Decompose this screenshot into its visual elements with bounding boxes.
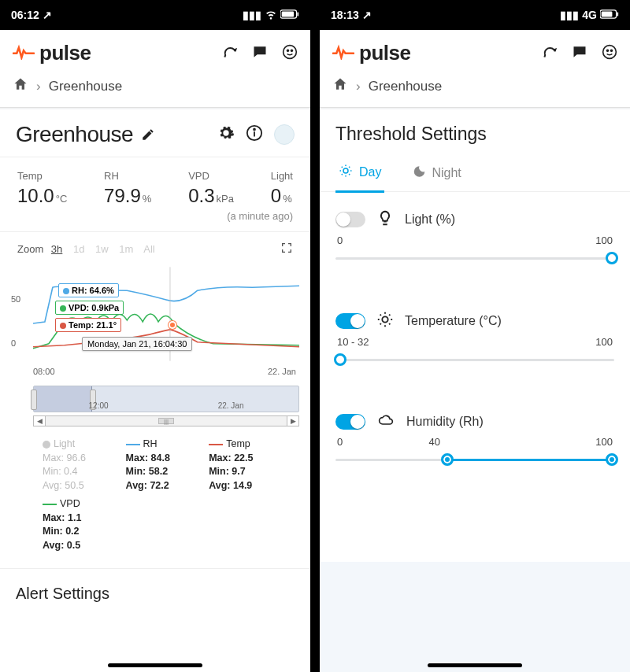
stat-vpd: VPD 0.3kPa [188, 170, 234, 207]
svg-point-5 [291, 50, 293, 51]
slider-humidity-high[interactable] [606, 453, 618, 466]
toggle-humidity[interactable] [335, 414, 365, 430]
info-icon[interactable] [246, 124, 263, 145]
chart-legend: Light Max: 96.6 Min: 0.4 Avg: 50.5 RH Ma… [0, 433, 310, 565]
legend-vpd[interactable]: VPD Max: 1.1 Min: 0.2 Avg: 0.5 [43, 497, 126, 552]
breadcrumb-page[interactable]: Greenhouse [49, 79, 123, 94]
zoom-all[interactable]: All [143, 243, 154, 255]
threshold-tabs: Day Night [320, 153, 630, 192]
refresh-icon[interactable] [222, 44, 238, 63]
tooltip-vpd: VPD: 0.9kPa [55, 301, 124, 315]
home-icon[interactable] [332, 76, 348, 96]
brand[interactable]: pulse [13, 41, 91, 65]
slider-humidity-low[interactable] [441, 453, 454, 466]
temp-max: 100 [595, 336, 613, 348]
scroll-thumb[interactable]: ||| [158, 418, 174, 424]
location-icon: ↗ [362, 9, 372, 21]
chat-icon[interactable] [252, 44, 268, 63]
slider-humidity[interactable] [335, 452, 614, 467]
legend-temp[interactable]: Temp Max: 22.5 Min: 9.7 Avg: 14.9 [209, 438, 292, 493]
svg-point-14 [607, 50, 609, 51]
zoom-1w[interactable]: 1w [95, 243, 109, 255]
moon-icon [411, 164, 425, 182]
breadcrumb: › Greenhouse [0, 73, 310, 107]
svg-point-3 [284, 45, 297, 58]
temp-range: 10 - 32 [337, 336, 369, 348]
alert-settings-header[interactable]: Alert Settings [0, 572, 310, 607]
zoom-label: Zoom [17, 243, 43, 255]
breadcrumb-page[interactable]: Greenhouse [369, 79, 443, 94]
legend-rh[interactable]: RH Max: 84.8 Min: 58.2 Avg: 72.2 [126, 438, 209, 493]
status-time: 18:13 [331, 9, 359, 21]
chat-icon[interactable] [572, 44, 587, 63]
stat-rh: RH 79.9% [104, 170, 151, 207]
edit-icon[interactable] [141, 122, 155, 147]
slider-light-knob[interactable] [606, 252, 618, 264]
page-title-bar: Greenhouse [0, 109, 310, 153]
light-min: 0 [337, 234, 343, 246]
battery-icon [280, 9, 299, 21]
pulse-logo-icon [13, 41, 35, 65]
stat-light: Light 0% [271, 170, 293, 207]
svg-point-4 [287, 50, 289, 51]
status-bar: 18:13 ↗ ▮▮▮ 4G [320, 0, 630, 30]
scroll-left-icon[interactable]: ◀ [33, 415, 46, 426]
app-header: pulse [0, 30, 310, 73]
slider-temperature[interactable] [335, 353, 614, 367]
y-tick-0: 0 [11, 338, 16, 348]
svg-point-17 [382, 316, 387, 322]
sun-icon [339, 164, 353, 181]
zoom-1m[interactable]: 1m [119, 243, 133, 255]
chevron-right-icon: › [356, 79, 361, 94]
gear-icon[interactable] [217, 124, 235, 145]
chart-navigator[interactable]: 12:00 22. Jan [33, 386, 299, 412]
wifi-icon [265, 8, 277, 23]
zoom-3h[interactable]: 3h [51, 243, 62, 255]
brand[interactable]: pulse [332, 41, 410, 65]
slider-temp-knob[interactable] [334, 353, 346, 366]
slider-light[interactable] [335, 251, 614, 265]
toggle-temperature[interactable] [335, 313, 365, 329]
tab-day[interactable]: Day [335, 157, 384, 193]
home-icon[interactable] [13, 76, 28, 96]
threshold-title: Threshold Settings [320, 109, 630, 153]
legend-light[interactable]: Light Max: 96.6 Min: 0.4 Avg: 50.5 [43, 438, 126, 493]
setting-light: Light (%) 0 100 [320, 192, 630, 270]
setting-temp-label: Temperature (°C) [405, 314, 502, 328]
app-header: pulse [320, 30, 630, 73]
tab-night[interactable]: Night [408, 157, 464, 191]
signal-icon: ▮▮▮ [560, 9, 579, 21]
status-bar: 06:12 ↗ ▮▮▮ [0, 0, 310, 30]
toggle-light[interactable] [335, 212, 365, 227]
chart-marker [169, 321, 176, 329]
battery-icon [600, 9, 619, 21]
zoom-1d[interactable]: 1d [73, 243, 84, 255]
x-axis: 08:00 22. Jan [33, 367, 296, 376]
svg-point-8 [254, 129, 255, 131]
svg-rect-12 [602, 12, 613, 17]
svg-point-15 [611, 50, 613, 51]
svg-rect-11 [617, 12, 618, 16]
chart-scrollbar[interactable]: ◀ ||| ▶ [33, 415, 299, 426]
cloud-icon [376, 412, 395, 431]
status-indicator-dot[interactable] [274, 124, 295, 145]
tooltip-rh: RH: 64.6% [58, 283, 119, 297]
profile-icon[interactable] [282, 44, 298, 63]
setting-humidity-label: Humidity (Rh) [406, 415, 484, 429]
expand-icon[interactable] [280, 242, 293, 257]
sun-outline-icon [376, 311, 394, 331]
profile-icon[interactable] [602, 44, 617, 63]
home-indicator[interactable] [108, 663, 202, 667]
scroll-right-icon[interactable]: ▶ [287, 415, 299, 426]
setting-humidity: Humidity (Rh) 0 40 100 [320, 395, 630, 471]
y-tick-50: 50 [11, 294, 20, 304]
refresh-icon[interactable] [542, 44, 558, 63]
tooltip-temp: Temp: 21.1° [55, 318, 121, 332]
humidity-max: 100 [595, 436, 613, 448]
network-label: 4G [582, 9, 597, 21]
home-indicator[interactable] [428, 663, 522, 667]
signal-icon: ▮▮▮ [243, 9, 261, 21]
chart-main[interactable]: 50 0 RH: 64.6% VPD: 0.9kPa Temp: 21.1° M… [33, 263, 299, 365]
svg-rect-2 [282, 12, 294, 17]
lightbulb-icon [376, 209, 394, 230]
